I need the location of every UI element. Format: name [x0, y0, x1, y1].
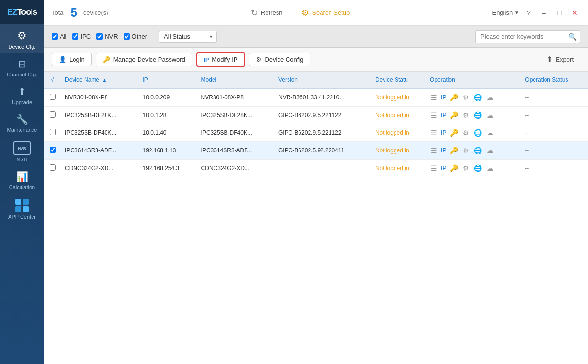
- op-gear-icon[interactable]: ⚙: [462, 110, 470, 120]
- op-notes-icon[interactable]: ☰: [430, 93, 438, 102]
- op-web-icon[interactable]: 🌐: [473, 128, 483, 138]
- op-notes-icon[interactable]: ☰: [430, 163, 438, 173]
- modify-ip-button[interactable]: IP Modify IP: [196, 52, 246, 67]
- login-button[interactable]: 👤 Login: [52, 53, 92, 66]
- op-key-icon[interactable]: 🔑: [449, 93, 459, 102]
- row-check-cell[interactable]: [44, 160, 61, 177]
- op-gear-icon[interactable]: ⚙: [462, 163, 470, 173]
- row-checkbox[interactable]: [50, 129, 56, 135]
- op-gear-icon[interactable]: ⚙: [462, 146, 470, 155]
- op-key-icon[interactable]: 🔑: [449, 163, 459, 173]
- row-checkbox[interactable]: [50, 94, 56, 100]
- filter-other-checkbox[interactable]: [124, 33, 130, 40]
- row-operation: ☰ IP 🔑 ⚙ 🌐 ☁: [426, 88, 521, 107]
- op-ip-icon[interactable]: IP: [441, 112, 446, 118]
- modify-ip-label: Modify IP: [212, 56, 237, 63]
- op-gear-icon[interactable]: ⚙: [462, 93, 470, 102]
- topbar: Total 5 device(s) ↻ Refresh ⚙ Search Set…: [44, 0, 588, 26]
- filter-ipc-checkbox[interactable]: [72, 33, 78, 40]
- manage-password-button[interactable]: 🔑 Manage Device Password: [96, 53, 192, 66]
- sidebar-item-maintenance[interactable]: 🔧 Maintenance: [0, 108, 44, 136]
- help-button[interactable]: ?: [523, 7, 535, 19]
- row-checkbox[interactable]: [50, 147, 56, 153]
- status-select[interactable]: All Status Logged In Not Logged In: [159, 31, 217, 43]
- op-web-icon[interactable]: 🌐: [473, 110, 483, 120]
- op-web-icon[interactable]: 🌐: [473, 93, 483, 102]
- filter-all-checkbox[interactable]: [52, 33, 58, 40]
- row-version: NVR-B3601.33.41.2210...: [275, 88, 372, 107]
- filter-ipc[interactable]: IPC: [72, 33, 91, 40]
- col-device-status: Device Statu: [372, 72, 426, 88]
- op-notes-icon[interactable]: ☰: [430, 128, 438, 138]
- help-icon: ?: [527, 9, 531, 17]
- close-button[interactable]: ✕: [569, 7, 580, 19]
- search-input[interactable]: [475, 30, 580, 43]
- refresh-button[interactable]: ↻ Refresh: [243, 5, 290, 21]
- row-operation-status: --: [521, 142, 588, 160]
- search-setup-button[interactable]: ⚙ Search Setup: [294, 5, 357, 21]
- sidebar-item-channel-cfg[interactable]: ⊟ Channel Cfg.: [0, 53, 44, 80]
- device-table-container: √ Device Name ▲ IP Model Version: [44, 72, 588, 364]
- table-body: NVR301-08X-P8 10.0.0.209 NVR301-08X-P8 N…: [44, 88, 588, 177]
- op-web-icon[interactable]: 🌐: [473, 146, 483, 155]
- op-web-icon[interactable]: 🌐: [473, 163, 483, 173]
- op-notes-icon[interactable]: ☰: [430, 110, 438, 120]
- export-button[interactable]: ⬆ Export: [540, 52, 580, 67]
- sidebar-item-upgrade[interactable]: ⬆ Upgrade: [0, 80, 44, 108]
- op-cloud-icon[interactable]: ☁: [486, 163, 494, 173]
- row-checkbox[interactable]: [50, 111, 56, 118]
- device-config-button[interactable]: ⚙ Device Config: [249, 53, 310, 66]
- restore-button[interactable]: □: [554, 7, 565, 19]
- logo-suffix: Tools: [17, 7, 37, 17]
- op-ip-icon[interactable]: IP: [441, 94, 446, 101]
- sidebar-item-calculation[interactable]: 📊 Calculation: [0, 165, 44, 193]
- sidebar-item-device-cfg[interactable]: ⚙ Device Cfg.: [0, 24, 44, 53]
- sidebar-item-app-center[interactable]: APP Center: [0, 193, 44, 223]
- table-row: CDNC324G2-XD... 192.168.254.3 CDNC324G2-…: [44, 160, 588, 177]
- row-checkbox[interactable]: [50, 164, 56, 171]
- op-ip-icon[interactable]: IP: [441, 165, 446, 171]
- op-cloud-icon[interactable]: ☁: [486, 146, 494, 155]
- device-config-icon: ⚙: [256, 56, 262, 63]
- row-check-cell[interactable]: [44, 88, 61, 107]
- row-check-cell[interactable]: [44, 107, 61, 124]
- row-operation-status: --: [521, 88, 588, 107]
- row-version: GIPC-B6202.9.5.221122: [275, 107, 372, 124]
- sidebar-item-nvr[interactable]: NVR NVR: [0, 136, 44, 165]
- language-selector[interactable]: English ▼: [492, 9, 519, 16]
- row-check-cell[interactable]: [44, 142, 61, 160]
- row-ip: 192.168.254.3: [139, 160, 197, 177]
- row-version: GIPC-B6202.5.92.220411: [275, 142, 372, 160]
- op-gear-icon[interactable]: ⚙: [462, 128, 470, 138]
- op-key-icon[interactable]: 🔑: [449, 110, 459, 120]
- filter-nvr[interactable]: NVR: [96, 33, 118, 40]
- op-ip-icon[interactable]: IP: [441, 129, 446, 136]
- table-row: IPC3614SR3-ADF... 192.168.1.13 IPC3614SR…: [44, 142, 588, 160]
- op-ip-icon[interactable]: IP: [441, 147, 446, 154]
- nvr-icon: NVR: [13, 141, 31, 155]
- export-icon: ⬆: [546, 55, 553, 64]
- devices-label: device(s): [83, 9, 108, 16]
- row-ip: 10.0.1.40: [139, 124, 197, 142]
- filter-nvr-checkbox[interactable]: [96, 33, 103, 40]
- filter-other[interactable]: Other: [124, 33, 148, 40]
- col-device-name[interactable]: Device Name ▲: [61, 72, 139, 88]
- wrench-icon: 🔧: [16, 114, 28, 125]
- sidebar-label-channel-cfg: Channel Cfg.: [7, 72, 37, 77]
- chevron-down-icon: ▼: [514, 10, 519, 15]
- op-cloud-icon[interactable]: ☁: [486, 110, 494, 120]
- filter-all[interactable]: All: [52, 33, 66, 40]
- export-label: Export: [556, 56, 574, 63]
- op-key-icon[interactable]: 🔑: [449, 128, 459, 138]
- sidebar: EZTools ⚙ Device Cfg. ⊟ Channel Cfg. ⬆ U…: [0, 0, 44, 364]
- minimize-button[interactable]: –: [538, 7, 550, 19]
- row-check-cell[interactable]: [44, 124, 61, 142]
- op-cloud-icon[interactable]: ☁: [486, 93, 494, 102]
- status-select-wrapper[interactable]: All Status Logged In Not Logged In: [153, 31, 217, 43]
- op-key-icon[interactable]: 🔑: [449, 146, 459, 155]
- col-model: Model: [197, 72, 275, 88]
- row-model: IPC3614SR3-ADF...: [197, 142, 275, 160]
- op-notes-icon[interactable]: ☰: [430, 146, 438, 155]
- op-cloud-icon[interactable]: ☁: [486, 128, 494, 138]
- table-row: IPC325SB-DF28K... 10.0.1.28 IPC325SB-DF2…: [44, 107, 588, 124]
